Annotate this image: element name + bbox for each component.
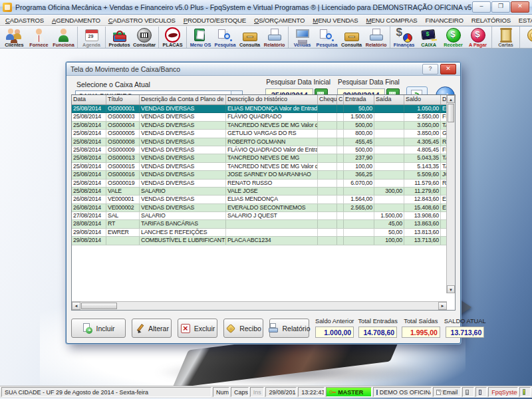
report-icon <box>366 27 386 43</box>
column-header-1[interactable]: Título <box>106 95 140 104</box>
menu-item-financeiro[interactable]: FINANCEIRO <box>422 17 467 24</box>
toolbar-button-relat-rio[interactable]: Relatório <box>262 27 287 48</box>
table-row[interactable]: 25/08/2014OS000016VENDAS DIVERSASJOSE SA… <box>72 171 455 179</box>
menu-item-cadastros[interactable]: CADASTROS <box>1 17 48 24</box>
scroll-up-icon[interactable]: ▲ <box>447 95 455 103</box>
excluir-button[interactable]: Excluir <box>178 319 217 338</box>
toolbar-label: Vendas <box>294 43 311 48</box>
toolbar-button-a-pagar[interactable]: A Pagar <box>466 27 490 48</box>
column-header-3[interactable]: Descrição do Histórico <box>226 95 318 104</box>
toolbar-button-relat-rio[interactable]: Relatório <box>364 27 388 48</box>
table-row[interactable]: 26/08/2014VE000001VENDAS DIVERSASELIAS M… <box>72 196 455 203</box>
cell: 12.843,60 <box>404 196 441 203</box>
scroll-left-icon[interactable]: ◄ <box>72 302 80 310</box>
cell <box>318 154 337 162</box>
minimize-button[interactable]: – <box>472 1 491 13</box>
toolbar-button-agenda[interactable]: Agenda <box>79 27 104 48</box>
table-row[interactable]: 25/08/2014OS000003VENDAS DIVERSASFLÁVIO … <box>72 113 455 121</box>
relat-rio-button[interactable]: Relatório <box>269 319 309 338</box>
toolbar-button-vendas[interactable]: Vendas <box>290 27 315 48</box>
menu-item-agendamento[interactable]: AGENDAMENTO <box>48 17 104 24</box>
column-header-2[interactable]: Descrição da Conta d Plano de Contas <box>140 95 226 104</box>
table-row[interactable]: 25/08/2014OS000015VENDAS DIVERSASTANCRED… <box>72 163 455 171</box>
column-header-8[interactable]: Saldo <box>404 95 441 104</box>
table-row[interactable]: 25/08/2014OS000008VENDAS DIVERSASROBERTO… <box>72 138 455 146</box>
column-header-5[interactable]: C <box>337 95 344 104</box>
toolbar-button-cartas[interactable]: Cartas <box>493 27 518 48</box>
menu-item-menu-compras[interactable]: MENU COMPRAS <box>362 17 422 24</box>
toolbar-button-coin[interactable] <box>521 27 532 48</box>
table-row[interactable]: 25/08/2014OS000001VENDAS DIVERSASELIAS M… <box>72 105 455 113</box>
cell: LANCHES E REFEIÇÕES <box>140 229 226 236</box>
status-screen[interactable] <box>475 387 487 397</box>
column-header-0[interactable]: Data <box>72 95 106 104</box>
cell: OS000015 <box>106 163 140 170</box>
toolbar-button-consultar[interactable]: Consultar <box>132 27 157 48</box>
toolbar-button-finan-as[interactable]: Finanças <box>392 27 416 48</box>
table-row[interactable]: 26/08/2014VE000002VENDAS DIVERSASEVERALD… <box>72 204 455 212</box>
vertical-scrollbar[interactable]: ▲ ▼ <box>446 95 455 293</box>
cell <box>374 154 404 162</box>
toolbar-button-pesquisa[interactable]: Pesquisa <box>213 27 237 48</box>
toolbar-button-produtos[interactable]: Produtos <box>107 27 132 48</box>
cell: VE000001 <box>106 196 140 203</box>
horizontal-scrollbar[interactable]: ◄ ► <box>72 301 447 310</box>
cell: OS000016 <box>106 171 140 178</box>
maximize-button[interactable]: ❐ <box>491 1 510 13</box>
cell: VENDAS DIVERSAS <box>140 163 226 170</box>
cell <box>318 105 337 112</box>
combo-label: Selecione o Caixa Atual <box>76 80 243 88</box>
cell: 45,00 <box>374 220 404 227</box>
menu-item-os-or-amento[interactable]: OS/ORÇAMENTO <box>250 17 309 24</box>
table-row[interactable]: 28/08/2014RTTARIFAS BANCÁRIAS45,0013.863… <box>72 220 455 228</box>
toolbar-button-fornece[interactable]: Fornece <box>27 27 51 48</box>
dialog-titlebar[interactable]: Tela do Movimento de Caixa/Banco ? ✕ <box>66 63 460 76</box>
menu-item-relat-rios[interactable]: RELATÓRIOS <box>467 17 515 24</box>
cell <box>337 122 344 129</box>
incluir-button[interactable]: Incluir <box>71 319 126 338</box>
status-print[interactable] <box>462 387 474 397</box>
dialog-close-button[interactable]: ✕ <box>440 64 456 74</box>
column-header-7[interactable]: Saída <box>374 95 404 104</box>
toolbar-button-consulta[interactable]: Consulta <box>237 27 262 48</box>
menu-item-menu-vendas[interactable]: MENU VENDAS <box>309 17 362 24</box>
menu-item-cadastro-veiculos[interactable]: CADASTRO VEICULOS <box>104 17 180 24</box>
toolbar-button-menu-os[interactable]: Menu OS <box>188 27 213 48</box>
column-header-4[interactable]: Cheque <box>318 95 337 104</box>
table-row[interactable]: 29/08/2014COMBUSTÍVEL E LUBRIFICANTEPLAC… <box>72 237 455 245</box>
table-row[interactable]: 25/08/2014OS000009VENDAS DIVERSASFLÁVIO … <box>72 146 455 154</box>
status-capslock: Caps <box>231 387 249 397</box>
vscroll-thumb[interactable] <box>448 104 454 122</box>
close-button[interactable]: ✕ <box>511 1 529 13</box>
toolbar-button-pesquisa[interactable]: Pesquisa <box>315 27 339 48</box>
scroll-right-icon[interactable]: ► <box>438 302 447 310</box>
toolbar-button-clientes[interactable]: Clientes <box>2 27 27 48</box>
hscroll-thumb[interactable] <box>81 303 117 309</box>
menu-item-produto-estoque[interactable]: PRODUTO/ESTOQUE <box>180 17 250 24</box>
recibo-button[interactable]: Recibo <box>223 319 263 338</box>
cell <box>337 113 344 120</box>
table-row[interactable]: 25/08/2014OS000013VENDAS DIVERSASTANCRED… <box>72 154 455 162</box>
toolbar-label: PLACAS <box>163 43 183 48</box>
cell: 3.050,00 <box>404 122 441 129</box>
dialog-help-button[interactable]: ? <box>422 64 438 74</box>
table-row[interactable]: 25/08/2014OS000004VENDAS DIVERSASTANCRED… <box>72 122 455 130</box>
toolbar-button-receber[interactable]: Receber <box>441 27 466 48</box>
toolbar-button-consulta[interactable]: Consulta <box>339 27 364 48</box>
toolbar-label: Consulta <box>341 43 362 48</box>
alterar-button[interactable]: Alterar <box>132 319 172 338</box>
scroll-down-icon[interactable]: ▼ <box>447 285 455 293</box>
toolbar-button-caixa[interactable]: CAIXA <box>416 27 441 48</box>
table-row[interactable]: 29/08/2014EWRERLANCHES E REFEIÇÕES50,001… <box>72 229 455 237</box>
cash-book-icon <box>419 27 439 43</box>
menu-item-estatistica[interactable]: ESTATISTICA <box>515 17 532 24</box>
table-row[interactable]: 25/08/2014VALESALARIOVALE JOSE300,0011.2… <box>72 188 455 196</box>
status-email[interactable]: Email <box>433 387 461 397</box>
column-header-6[interactable]: Entrada <box>344 95 374 104</box>
cell: SAL <box>106 212 140 219</box>
toolbar-button-funciona[interactable]: Funciona <box>51 27 76 48</box>
table-row[interactable]: 27/08/2014SALSALARIOSALARIO J QUEST1.500… <box>72 212 455 220</box>
table-row[interactable]: 25/08/2014OS000019VENDAS DIVERSASRENATO … <box>72 180 455 188</box>
table-row[interactable]: 25/08/2014OS000005VENDAS DIVERSASGETULIO… <box>72 130 455 138</box>
toolbar-button-placas[interactable]: PLACAS <box>160 27 185 48</box>
